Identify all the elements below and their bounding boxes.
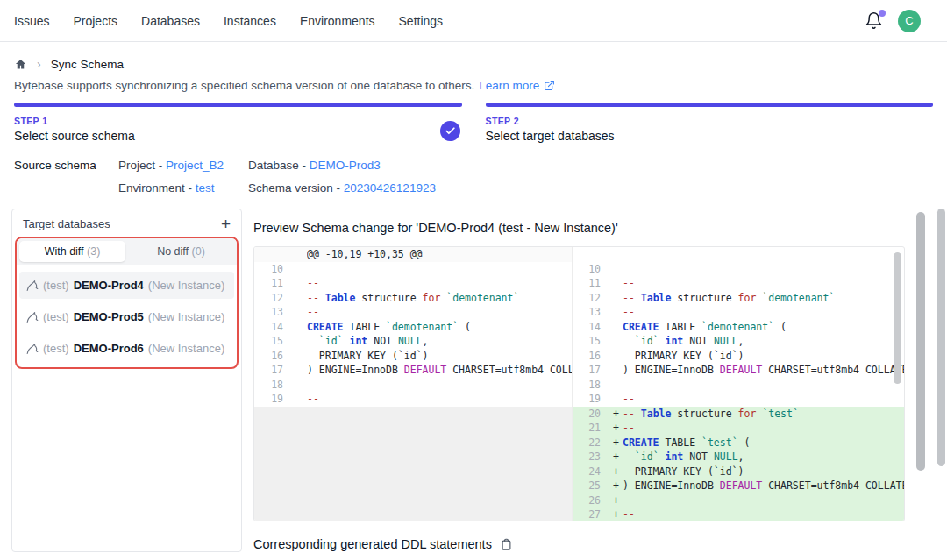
diff-line: 18 [254, 378, 572, 393]
line-number: 11 [573, 276, 609, 291]
source-field-value[interactable]: Project_B2 [166, 159, 224, 172]
source-fields: Project - Project_B2Database - DEMO-Prod… [118, 159, 436, 195]
diff-line: 15 `id` int NOT NULL, [254, 334, 572, 349]
code-token: DEFAULT [720, 479, 762, 492]
code-content: `id` int NOT NULL, [307, 334, 572, 349]
diff-line: 16 PRIMARY KEY (`id`) [573, 349, 904, 364]
source-field-value[interactable]: test [196, 181, 215, 195]
target-databases-panel: Target databases + With diff (3)No diff … [11, 209, 242, 552]
preview-title: Preview Schema change for 'DEMO-Prod4 (t… [253, 221, 618, 235]
diff-marker [294, 392, 307, 407]
database-row[interactable]: (test)DEMO-Prod6(New Instance) [19, 335, 234, 362]
nav-item-projects[interactable]: Projects [73, 14, 117, 28]
diff-line: 21+-- [573, 421, 904, 436]
code-token: structure [671, 292, 737, 304]
code-token: CHARSET=utf8mb4 COLLATE [762, 364, 904, 376]
code-token: int [666, 335, 684, 347]
line-number: 15 [573, 334, 609, 349]
code-content [623, 262, 904, 277]
source-field-value[interactable]: DEMO-Prod3 [310, 159, 381, 172]
source-schema-summary: Source schema Project - Project_B2Databa… [14, 159, 933, 195]
diff-line: 18 [573, 378, 904, 393]
external-link-icon[interactable] [544, 80, 555, 91]
line-number: 26 [573, 493, 609, 508]
database-note: (New Instance) [148, 310, 224, 323]
source-field: Database - DEMO-Prod3 [248, 159, 436, 172]
diff-line [573, 247, 904, 262]
add-target-database-button[interactable]: + [221, 218, 231, 230]
top-nav: IssuesProjectsDatabasesInstancesEnvironm… [0, 0, 947, 42]
diff-marker [294, 305, 307, 320]
code-token: NULL [398, 335, 423, 347]
code-token: `test` [701, 436, 738, 449]
code-content: -- [307, 392, 572, 407]
window-scrollbar-thumb[interactable] [937, 209, 945, 466]
database-list: (test)DEMO-Prod4(New Instance)(test)DEMO… [17, 265, 237, 367]
code-content: -- [623, 392, 904, 407]
diff-line: 11-- [254, 276, 572, 291]
code-token: -- [307, 277, 319, 289]
home-icon[interactable] [14, 58, 27, 71]
code-token: `id` [635, 335, 659, 347]
intro: Bytebase supports synchronizing a specif… [14, 79, 933, 92]
line-number: 16 [254, 349, 294, 364]
line-number: 15 [254, 334, 294, 349]
line-number [254, 247, 294, 262]
line-number: 10 [254, 262, 294, 277]
source-field: Schema version - 20230426121923 [248, 181, 436, 195]
tab-label: With diff [45, 245, 87, 258]
nav-item-instances[interactable]: Instances [224, 14, 276, 28]
source-field: Environment - test [118, 181, 248, 195]
code-token: `test` [762, 408, 799, 420]
notifications-button[interactable] [865, 11, 884, 31]
line-number: 12 [254, 291, 294, 306]
code-content [623, 378, 904, 393]
diff-marker [609, 291, 623, 306]
tab-with-diff[interactable]: With diff (3) [19, 241, 125, 262]
tab-count: (3) [87, 245, 100, 258]
database-row[interactable]: (test)DEMO-Prod5(New Instance) [19, 303, 234, 330]
tab-no-diff[interactable]: No diff (0) [128, 241, 234, 262]
nav-item-issues[interactable]: Issues [14, 14, 49, 28]
code-token: TABLE [659, 321, 701, 333]
content-scrollbar-thumb[interactable] [916, 212, 925, 471]
learn-more-link[interactable]: Learn more [479, 79, 539, 92]
diff-pane-target: 1011--12-- Table structure for `demotena… [573, 247, 904, 521]
nav-right: C [865, 10, 933, 32]
diff-marker [609, 262, 623, 277]
diff-marker [609, 276, 623, 291]
nav-item-environments[interactable]: Environments [300, 14, 375, 28]
code-token: NULL [714, 450, 738, 463]
diff-marker [294, 349, 307, 364]
line-number: 27 [573, 507, 609, 521]
step-2-progress-bar [486, 103, 934, 107]
code-content: -- [307, 305, 572, 320]
code-token: for [423, 292, 441, 304]
code-content: CREATE TABLE `demotenant` ( [623, 320, 904, 335]
ddl-section-header: Corresponding generated DDL statements [253, 537, 513, 551]
database-name: DEMO-Prod6 [74, 342, 144, 355]
code-token: , [738, 335, 744, 347]
diff-line: 19-- [254, 392, 572, 407]
diff-line: 27+-- [573, 507, 904, 521]
nav-item-databases[interactable]: Databases [141, 14, 200, 28]
source-field-value[interactable]: 20230426121923 [344, 181, 436, 195]
copy-ddl-button[interactable] [500, 538, 513, 551]
line-number: 21 [573, 421, 609, 436]
code-token: Table [641, 408, 672, 420]
code-token [319, 292, 325, 304]
diff-line: 22+CREATE TABLE `test` ( [573, 436, 904, 450]
line-number: 24 [573, 464, 609, 479]
sync-schema-page: { "nav": { "items": ["Issues", "Projects… [0, 0, 947, 560]
steps: STEP 1 Select source schema STEP 2 Selec… [14, 103, 933, 143]
code-content: CREATE TABLE `test` ( [623, 436, 904, 450]
target-databases-header: Target databases + [12, 209, 241, 237]
code-token: `demotenant` [762, 292, 835, 304]
avatar[interactable]: C [898, 10, 921, 32]
code-token: TABLE [659, 436, 701, 449]
database-row[interactable]: (test)DEMO-Prod4(New Instance) [19, 272, 234, 299]
nav-item-settings[interactable]: Settings [399, 14, 444, 28]
intro-text: Bytebase supports synchronizing a specif… [14, 79, 474, 92]
editor-scrollbar-thumb[interactable] [894, 252, 901, 384]
code-token: -- [623, 306, 635, 318]
